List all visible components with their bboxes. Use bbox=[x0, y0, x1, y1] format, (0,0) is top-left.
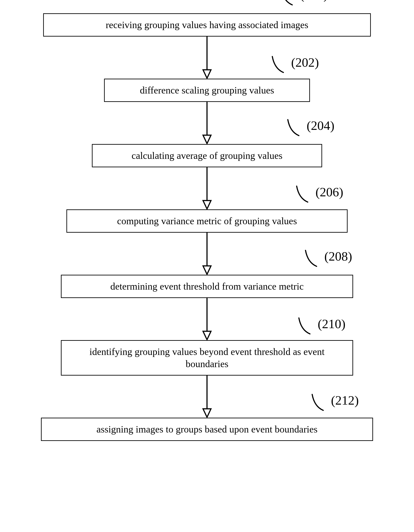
step-box-204: calculating average of grouping values bbox=[92, 144, 322, 167]
step-row-206: computing variance metric of grouping va… bbox=[41, 209, 373, 233]
step-row-200: receiving grouping values having associa… bbox=[41, 13, 373, 37]
step-box-210: identifying grouping values beyond event… bbox=[61, 340, 353, 376]
down-arrow-icon bbox=[200, 233, 214, 275]
step-row-208: determining event threshold from varianc… bbox=[41, 275, 373, 298]
step-box-202: difference scaling grouping values bbox=[104, 79, 310, 102]
down-arrow-icon bbox=[200, 37, 214, 79]
ref-label-202: (202) bbox=[271, 54, 319, 74]
leader-curve-icon bbox=[311, 392, 331, 412]
svg-marker-7 bbox=[203, 266, 211, 274]
step-row-204: calculating average of grouping values (… bbox=[41, 144, 373, 167]
leader-curve-icon bbox=[298, 316, 318, 336]
ref-label-206: (206) bbox=[295, 184, 343, 204]
ref-text: (210) bbox=[318, 316, 346, 331]
step-box-206: computing variance metric of grouping va… bbox=[66, 209, 348, 233]
arrow-200-202 bbox=[200, 37, 214, 79]
arrow-202-204 bbox=[200, 102, 214, 144]
leader-curve-icon bbox=[304, 248, 324, 268]
ref-label-210: (210) bbox=[298, 316, 346, 336]
ref-label-200: (200) bbox=[280, 0, 328, 7]
ref-text: (202) bbox=[291, 55, 319, 70]
ref-label-208: (208) bbox=[304, 248, 352, 268]
ref-label-212: (212) bbox=[311, 392, 359, 412]
step-box-200: receiving grouping values having associa… bbox=[43, 13, 371, 37]
step-row-212: assigning images to groups based upon ev… bbox=[41, 418, 373, 441]
flowchart-container: receiving grouping values having associa… bbox=[41, 13, 373, 441]
svg-marker-11 bbox=[203, 409, 211, 417]
ref-text: (212) bbox=[331, 393, 359, 408]
leader-curve-icon bbox=[280, 0, 300, 7]
ref-label-204: (204) bbox=[287, 117, 334, 137]
down-arrow-icon bbox=[200, 167, 214, 209]
down-arrow-icon bbox=[200, 376, 214, 418]
ref-text: (208) bbox=[324, 249, 352, 264]
svg-marker-5 bbox=[203, 200, 211, 209]
svg-marker-3 bbox=[203, 135, 211, 143]
step-box-212: assigning images to groups based upon ev… bbox=[41, 418, 373, 441]
arrow-206-208 bbox=[200, 233, 214, 275]
down-arrow-icon bbox=[200, 298, 214, 340]
ref-text: (200) bbox=[300, 0, 328, 2]
leader-curve-icon bbox=[287, 117, 307, 137]
leader-curve-icon bbox=[295, 184, 315, 204]
step-row-202: difference scaling grouping values (202) bbox=[41, 79, 373, 102]
arrow-204-206 bbox=[200, 167, 214, 209]
down-arrow-icon bbox=[200, 102, 214, 144]
arrow-208-210 bbox=[200, 298, 214, 340]
leader-curve-icon bbox=[271, 54, 291, 74]
arrow-210-212 bbox=[200, 376, 214, 418]
ref-text: (204) bbox=[307, 118, 334, 133]
svg-marker-1 bbox=[203, 70, 211, 78]
step-row-210: identifying grouping values beyond event… bbox=[41, 340, 373, 376]
svg-marker-9 bbox=[203, 331, 211, 340]
ref-text: (206) bbox=[315, 185, 343, 200]
step-box-208: determining event threshold from varianc… bbox=[61, 275, 353, 298]
